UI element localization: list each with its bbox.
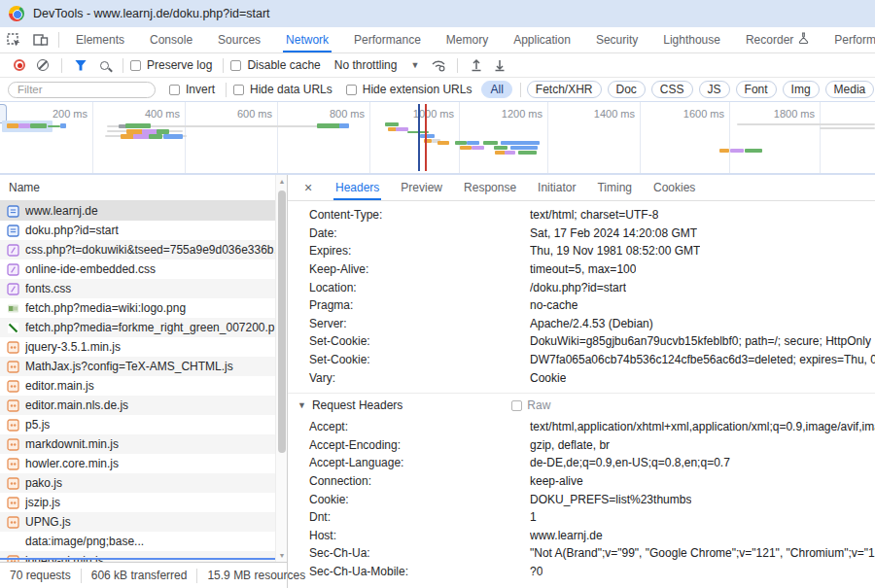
header-name: Accept-Encoding: xyxy=(309,438,530,452)
inspect-element-icon[interactable] xyxy=(0,27,27,52)
request-row[interactable]: jquery-ui.min.js xyxy=(0,551,287,562)
throttling-dropdown[interactable]: No throttling ▼ xyxy=(334,58,420,72)
waterfall-bar xyxy=(472,146,484,150)
network-conditions-icon[interactable] xyxy=(427,54,450,76)
filter-pill-all[interactable]: All xyxy=(481,81,511,98)
search-icon[interactable] xyxy=(92,54,116,76)
waterfall-bar xyxy=(455,141,467,145)
tab-lighthouse[interactable]: Lighthouse xyxy=(650,27,733,52)
tab-console[interactable]: Console xyxy=(137,27,205,52)
request-row[interactable]: doku.php?id=start xyxy=(0,221,287,240)
stylesheet-icon xyxy=(7,244,19,257)
waterfall-bar xyxy=(420,134,435,138)
request-list-scrollbar[interactable]: ▲ ▼ xyxy=(275,175,287,562)
details-tab-timing[interactable]: Timing xyxy=(586,175,643,200)
request-name: www.learnj.de xyxy=(25,204,98,218)
invert-checkbox[interactable] xyxy=(169,85,180,95)
header-row: Content-Type:text/html; charset=UTF-8 xyxy=(288,206,875,225)
hide-data-urls-checkbox[interactable] xyxy=(233,85,244,95)
request-row[interactable]: fonts.css xyxy=(0,279,287,298)
details-tab-cookies[interactable]: Cookies xyxy=(643,175,706,200)
tab-recorder[interactable]: Recorder xyxy=(733,27,822,52)
request-name: pako.js xyxy=(25,476,62,490)
devtools-tab-bar: ElementsConsoleSourcesNetworkPerformance… xyxy=(0,27,875,53)
filter-pill-css[interactable]: CSS xyxy=(651,81,693,98)
tab-performance-insights[interactable]: Performance insights xyxy=(822,27,875,52)
request-row[interactable]: editor.main.nls.de.js xyxy=(0,396,287,415)
script-icon xyxy=(7,458,19,470)
tab-network[interactable]: Network xyxy=(273,27,341,52)
request-row[interactable]: UPNG.js xyxy=(0,512,287,532)
divider xyxy=(223,58,224,73)
timeline-tick-label: 1200 ms xyxy=(502,108,542,120)
details-tab-initiator[interactable]: Initiator xyxy=(527,175,586,200)
request-details-panel: × HeadersPreviewResponseInitiatorTimingC… xyxy=(288,175,875,588)
timeline-tick-label: 200 ms xyxy=(52,108,88,120)
window-title: DevTools - www.learnj.de/doku.php?id=sta… xyxy=(33,7,270,20)
disable-cache-label: Disable cache xyxy=(247,58,320,72)
request-row[interactable]: markdownit.min.js xyxy=(0,434,287,454)
filter-pill-img[interactable]: Img xyxy=(783,81,820,98)
details-tab-response[interactable]: Response xyxy=(453,175,527,200)
details-tab-headers[interactable]: Headers xyxy=(325,175,390,200)
document-icon xyxy=(7,205,19,218)
request-row[interactable]: jszip.js xyxy=(0,493,287,512)
tab-memory[interactable]: Memory xyxy=(434,27,501,52)
waterfall-bar xyxy=(737,123,875,125)
network-overview-timeline[interactable]: 200 ms400 ms600 ms800 ms1000 ms1200 ms14… xyxy=(0,102,875,175)
header-row: Cookie:DOKU_PREFS=list%23thumbs xyxy=(288,490,875,508)
import-har-icon[interactable] xyxy=(465,54,488,76)
request-row[interactable]: MathJax.js?config=TeX-AMS_CHTML.js xyxy=(0,357,287,376)
request-row[interactable]: howler.core.min.js xyxy=(0,454,287,473)
tab-sources[interactable]: Sources xyxy=(205,27,273,52)
request-name: fonts.css xyxy=(25,282,71,295)
hide-extension-urls-checkbox[interactable] xyxy=(346,85,357,95)
request-row[interactable]: jquery-3.5.1.min.js xyxy=(0,337,287,357)
filter-pill-media[interactable]: Media xyxy=(825,81,875,98)
record-network-log-icon[interactable] xyxy=(8,54,31,76)
filter-pill-font[interactable]: Font xyxy=(736,81,777,98)
tab-elements[interactable]: Elements xyxy=(63,27,137,52)
clear-network-log-icon[interactable] xyxy=(31,54,54,76)
summary-item: 606 kB transferred xyxy=(82,569,198,583)
chrome-logo-icon xyxy=(9,6,24,21)
request-row[interactable]: fetch.php?media=wiki:logo.png xyxy=(0,298,287,318)
header-row: Set-Cookie:DokuWiki=g85gjbu6an79ucvb15kf… xyxy=(288,332,875,351)
request-row[interactable]: online-ide-embedded.css xyxy=(0,259,287,279)
toggle-device-toolbar-icon[interactable] xyxy=(27,27,54,52)
filter-icon[interactable] xyxy=(69,54,92,76)
header-row: Accept-Language:de-DE,de;q=0.9,en-US;q=0… xyxy=(288,454,875,472)
filter-pill-js[interactable]: JS xyxy=(699,81,730,98)
header-row: Connection:keep-alive xyxy=(288,472,875,491)
filter-input[interactable] xyxy=(8,82,156,98)
request-name: fetch.php?media=wiki:logo.png xyxy=(25,301,186,315)
name-column-header[interactable]: Name xyxy=(0,175,287,201)
tab-performance[interactable]: Performance xyxy=(341,27,434,52)
preserve-log-checkbox[interactable] xyxy=(130,60,141,71)
request-row[interactable]: data:image/png;base... xyxy=(0,532,287,551)
tab-security[interactable]: Security xyxy=(583,27,650,52)
header-value: Cookie xyxy=(530,371,566,385)
scroll-up-icon[interactable]: ▲ xyxy=(276,175,287,188)
header-value: Apache/2.4.53 (Debian) xyxy=(530,317,653,330)
close-icon[interactable]: × xyxy=(298,180,319,195)
request-row[interactable]: editor.main.js xyxy=(0,376,287,396)
request-row[interactable]: pako.js xyxy=(0,473,287,493)
request-headers-section[interactable]: ▼ Request Headers Raw xyxy=(288,393,875,418)
details-tab-preview[interactable]: Preview xyxy=(390,175,453,200)
header-row: Pragma:no-cache xyxy=(288,296,875,315)
filter-pill-doc[interactable]: Doc xyxy=(608,81,646,98)
tab-application[interactable]: Application xyxy=(501,27,583,52)
waterfall-bar xyxy=(460,146,472,150)
raw-headers-checkbox[interactable] xyxy=(511,400,522,411)
request-row[interactable]: fetch.php?media=forkme_right_green_00720… xyxy=(0,318,287,337)
filter-pill-fetch-xhr[interactable]: Fetch/XHR xyxy=(527,81,602,98)
request-row[interactable]: www.learnj.de xyxy=(0,201,287,221)
timeline-gridline xyxy=(277,102,278,173)
request-row[interactable]: css.php?t=dokuwiki&tseed=755a9e9d036e336… xyxy=(0,240,287,259)
export-har-icon[interactable] xyxy=(488,54,511,76)
scroll-down-icon[interactable]: ▼ xyxy=(276,549,287,562)
disable-cache-checkbox[interactable] xyxy=(230,60,241,71)
request-row[interactable]: p5.js xyxy=(0,415,287,434)
scrollbar-thumb[interactable] xyxy=(278,190,286,453)
